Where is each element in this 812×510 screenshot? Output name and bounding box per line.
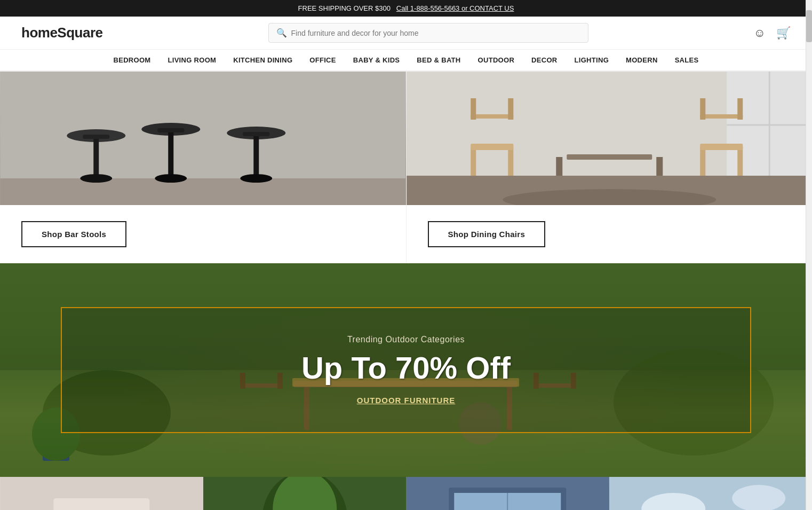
- svg-point-5: [80, 174, 112, 183]
- dining-chairs-section: Shop Dining Chairs: [407, 72, 813, 263]
- bar-stools-svg: [0, 72, 406, 205]
- svg-rect-26: [700, 114, 743, 119]
- bottom-grid-item-1: [0, 477, 203, 510]
- main-nav: BEDROOM LIVING ROOM KITCHEN DINING OFFIC…: [0, 50, 812, 71]
- scrollbar-track[interactable]: [806, 0, 812, 510]
- svg-rect-29: [700, 146, 705, 176]
- bar-stools-image: [0, 72, 406, 205]
- nav-item-living-room[interactable]: LIVING ROOM: [168, 56, 217, 64]
- svg-rect-4: [93, 139, 99, 179]
- svg-rect-32: [556, 157, 562, 176]
- svg-rect-31: [700, 144, 743, 150]
- nav-item-bedroom[interactable]: BEDROOM: [114, 56, 151, 64]
- trending-label: Trending Outdoor Categories: [115, 335, 697, 344]
- bar-stools-section: Shop Bar Stools: [0, 72, 407, 263]
- shop-dining-chairs-button[interactable]: Shop Dining Chairs: [428, 221, 546, 247]
- bottom-item-1-image: [0, 477, 203, 510]
- dining-chairs-image: [407, 72, 813, 205]
- svg-point-13: [240, 174, 272, 183]
- logo-part2: Square: [57, 25, 102, 41]
- svg-rect-24: [508, 146, 513, 176]
- svg-rect-34: [567, 154, 652, 160]
- svg-rect-1: [0, 178, 405, 205]
- discount-text: Up To 70% Off: [115, 351, 697, 385]
- bottom-product-grid: [0, 477, 812, 510]
- nav-item-baby-kids[interactable]: BABY & KIDS: [353, 56, 400, 64]
- svg-rect-22: [508, 98, 513, 120]
- svg-rect-8: [168, 132, 173, 179]
- svg-rect-20: [471, 114, 513, 119]
- svg-rect-21: [471, 98, 476, 120]
- nav-item-bed-bath[interactable]: BED & BATH: [417, 56, 460, 64]
- header-icons: ☺ 🛒: [754, 26, 791, 40]
- svg-rect-3: [83, 135, 109, 139]
- svg-point-9: [155, 174, 187, 183]
- nav-item-lighting[interactable]: LIGHTING: [575, 56, 609, 64]
- nav-item-office[interactable]: OFFICE: [309, 56, 336, 64]
- account-icon[interactable]: ☺: [754, 26, 766, 40]
- outdoor-furniture-link[interactable]: OUTDOOR FURNITURE: [357, 396, 456, 405]
- search-input[interactable]: [291, 29, 580, 37]
- svg-rect-30: [737, 146, 743, 176]
- bottom-grid-item-3: [406, 477, 609, 510]
- search-icon: 🔍: [276, 28, 287, 38]
- header: homeSquare 🔍 ☺ 🛒: [0, 17, 812, 50]
- nav-item-decor[interactable]: DECOR: [531, 56, 557, 64]
- nav-item-sales[interactable]: SALES: [675, 56, 699, 64]
- outdoor-promo-banner: Trending Outdoor Categories Up To 70% Of…: [0, 263, 812, 477]
- cart-icon[interactable]: 🛒: [776, 26, 791, 40]
- svg-rect-12: [253, 136, 259, 179]
- nav-item-modern[interactable]: MODERN: [626, 56, 658, 64]
- svg-rect-27: [700, 98, 705, 120]
- svg-rect-7: [157, 128, 184, 132]
- bottom-grid-item-4: [609, 477, 813, 510]
- scrollbar-thumb[interactable]: [806, 10, 812, 42]
- bottom-item-3-image: [406, 477, 609, 510]
- logo-part1: home: [21, 25, 57, 41]
- svg-rect-11: [243, 132, 269, 136]
- contact-link[interactable]: Call 1-888-556-5663 or CONTACT US: [396, 4, 514, 12]
- svg-rect-33: [656, 157, 663, 176]
- outdoor-overlay-box: Trending Outdoor Categories Up To 70% Of…: [61, 307, 751, 433]
- svg-rect-23: [471, 146, 476, 176]
- svg-rect-28: [737, 98, 743, 120]
- bottom-grid-item-2: [203, 477, 407, 510]
- dining-chairs-svg: [407, 72, 813, 205]
- nav-item-outdoor[interactable]: OUTDOOR: [478, 56, 515, 64]
- bar-stools-btn-container: Shop Bar Stools: [0, 205, 406, 263]
- top-banner: FREE SHIPPING OVER $300 Call 1-888-556-5…: [0, 0, 812, 17]
- bottom-item-4-image: [609, 477, 813, 510]
- svg-rect-53: [53, 498, 149, 510]
- free-shipping-text: FREE SHIPPING OVER $300: [298, 4, 391, 12]
- bottom-item-2-image: [203, 477, 407, 510]
- products-row: Shop Bar Stools: [0, 71, 812, 263]
- nav-item-kitchen-dining[interactable]: KITCHEN DINING: [233, 56, 292, 64]
- search-bar[interactable]: 🔍: [268, 23, 588, 43]
- logo[interactable]: homeSquare: [21, 25, 103, 41]
- svg-rect-25: [471, 144, 513, 150]
- shop-bar-stools-button[interactable]: Shop Bar Stools: [21, 221, 126, 247]
- dining-chairs-btn-container: Shop Dining Chairs: [407, 205, 813, 263]
